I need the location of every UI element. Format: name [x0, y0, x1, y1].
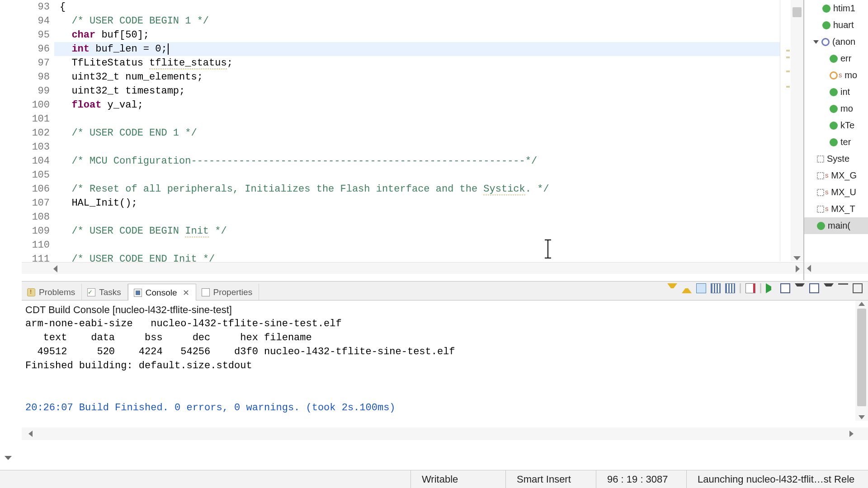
display-selected-console-icon[interactable]	[780, 283, 790, 293]
tab-tasks[interactable]: Tasks	[82, 284, 128, 300]
code-line[interactable]: int buf_len = 0;	[54, 42, 784, 56]
outline-item[interactable]: SMX_U	[804, 184, 868, 201]
dropdown-icon[interactable]	[795, 283, 805, 293]
outline-item[interactable]: mo	[804, 100, 868, 117]
outline-item[interactable]: Syste	[804, 150, 868, 167]
outline-item[interactable]: ter	[804, 134, 868, 150]
code-line[interactable]	[54, 238, 784, 252]
console-horizontal-scrollbar[interactable]	[22, 427, 868, 440]
outline-item[interactable]: SMX_T	[804, 201, 868, 217]
scroll-down-icon[interactable]	[793, 256, 801, 260]
collapse-panel-icon[interactable]	[5, 456, 12, 460]
outline-item-label: mo	[844, 70, 857, 80]
code-text-area[interactable]: { /* USER CODE BEGIN 1 */ char buf[50]; …	[54, 0, 784, 262]
outline-item[interactable]: Smo	[804, 67, 868, 84]
code-line[interactable]: char buf[50];	[54, 28, 784, 42]
next-error-icon[interactable]	[667, 283, 677, 293]
code-editor[interactable]: 9394959697989910010110210310410510610710…	[22, 0, 804, 280]
green-icon	[822, 5, 830, 13]
scroll-up-icon[interactable]	[859, 302, 865, 306]
outline-item[interactable]: SMX_G	[804, 167, 868, 184]
chevron-down-icon[interactable]	[813, 40, 819, 44]
code-line[interactable]	[54, 210, 784, 224]
code-line[interactable]: TfLiteStatus tflite_status;	[54, 56, 784, 70]
scroll-down-icon[interactable]	[859, 415, 865, 419]
outline-item[interactable]: huart	[804, 17, 868, 33]
outline-item-label: MX_U	[831, 187, 856, 197]
separator	[760, 283, 761, 293]
outline-item-label: main(	[828, 221, 850, 231]
green-icon	[830, 105, 838, 113]
line-number: 107	[22, 196, 54, 210]
code-line[interactable]	[54, 168, 784, 182]
outline-view[interactable]: htim1huart(anonerrSmointmokTeterSysteSMX…	[804, 0, 868, 280]
green-icon	[817, 222, 825, 230]
close-icon[interactable]: ✕	[183, 288, 189, 298]
editor-vertical-scrollbar[interactable]	[791, 0, 803, 261]
wrap-icon[interactable]	[725, 283, 735, 293]
overview-ruler[interactable]	[780, 0, 791, 261]
outline-item[interactable]: int	[804, 84, 868, 100]
code-line[interactable]: {	[54, 0, 784, 14]
problems-icon	[27, 288, 35, 296]
code-line[interactable]: HAL_Init();	[54, 196, 784, 210]
open-console-icon[interactable]	[809, 283, 819, 293]
line-number: 99	[22, 84, 54, 98]
outline-item[interactable]: main(	[804, 217, 868, 234]
scroll-left-icon[interactable]	[807, 265, 811, 272]
line-number: 97	[22, 56, 54, 70]
scroll-left-icon[interactable]	[53, 265, 57, 272]
outline-item[interactable]: (anon	[804, 33, 868, 50]
status-bar: Writable Smart Insert 96 : 19 : 3087 Lau…	[0, 470, 868, 488]
code-line[interactable]	[54, 140, 784, 154]
code-line[interactable]: float y_val;	[54, 98, 784, 112]
show-console-icon[interactable]	[711, 283, 721, 293]
tab-problems[interactable]: Problems	[22, 284, 82, 300]
outline-item[interactable]: kTe	[804, 117, 868, 134]
code-line[interactable]	[54, 112, 784, 126]
code-line[interactable]: /* Reset of all peripherals, Initializes…	[54, 182, 784, 196]
maximize-icon[interactable]	[853, 283, 863, 293]
outline-item-label: int	[840, 87, 850, 97]
tab-console[interactable]: Console ✕	[128, 284, 196, 300]
scroll-lock-icon[interactable]	[696, 283, 706, 293]
dropdown-icon[interactable]	[824, 283, 834, 293]
func-icon	[817, 155, 824, 163]
status-writable: Writable	[410, 470, 505, 488]
outline-item[interactable]: err	[804, 50, 868, 67]
console-icon	[134, 289, 142, 297]
outline-horizontal-scrollbar[interactable]	[804, 262, 868, 274]
scrollbar-thumb[interactable]	[857, 309, 866, 406]
editor-horizontal-scrollbar[interactable]	[22, 262, 803, 274]
pin-console-icon[interactable]	[766, 283, 776, 293]
code-line[interactable]: uint32_t timestamp;	[54, 84, 784, 98]
line-number: 105	[22, 168, 54, 182]
scroll-right-icon[interactable]	[796, 265, 800, 272]
tab-properties[interactable]: Properties	[196, 284, 259, 300]
scrollbar-thumb[interactable]	[793, 7, 802, 17]
green-icon	[830, 88, 838, 96]
outline-item-label: (anon	[832, 37, 855, 47]
console-toolbar	[667, 283, 863, 293]
scroll-left-icon[interactable]	[28, 431, 33, 437]
func-icon	[817, 189, 824, 196]
prev-error-icon[interactable]	[682, 283, 692, 293]
console-output[interactable]: arm-none-eabi-size nucleo-l432-tflite-si…	[22, 317, 868, 415]
tab-label: Properties	[213, 287, 253, 297]
code-line[interactable]: /* MCU Configuration--------------------…	[54, 154, 784, 168]
tasks-icon	[87, 288, 95, 296]
code-line[interactable]: /* USER CODE BEGIN Init */	[54, 224, 784, 238]
console-vertical-scrollbar[interactable]	[855, 300, 868, 421]
minimize-icon[interactable]	[838, 283, 848, 293]
status-insert-mode: Smart Insert	[505, 470, 596, 488]
outline-item[interactable]: htim1	[804, 0, 868, 17]
console-line: arm-none-eabi-size nucleo-l432-tflite-si…	[25, 317, 868, 331]
clear-console-icon[interactable]	[745, 283, 755, 293]
code-line[interactable]: /* USER CODE BEGIN 1 */	[54, 14, 784, 28]
code-line[interactable]: /* USER CODE END 1 */	[54, 126, 784, 140]
line-number: 109	[22, 224, 54, 238]
status-launch-progress: Launching nucleo-l432-tflit…st Rele	[686, 470, 868, 488]
scroll-right-icon[interactable]	[849, 431, 854, 437]
code-line[interactable]: uint32_t num_elements;	[54, 70, 784, 84]
tab-label: Tasks	[99, 287, 121, 297]
